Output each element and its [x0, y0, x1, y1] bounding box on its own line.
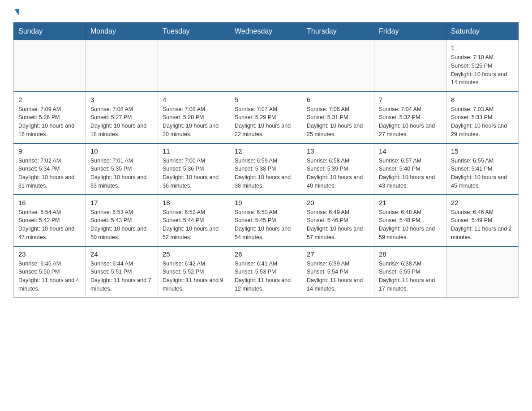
day-info: Sunrise: 7:06 AMSunset: 5:31 PMDaylight:…	[307, 105, 369, 139]
day-number: 13	[307, 147, 369, 155]
calendar-cell: 15Sunrise: 6:55 AMSunset: 5:41 PMDayligh…	[446, 143, 519, 195]
calendar-cell: 4Sunrise: 7:08 AMSunset: 5:28 PMDaylight…	[158, 92, 230, 143]
day-info: Sunrise: 6:39 AMSunset: 5:54 PMDaylight:…	[307, 260, 369, 293]
day-number: 1	[451, 44, 514, 51]
column-header-friday: Friday	[374, 23, 446, 40]
day-number: 28	[379, 250, 442, 258]
day-info: Sunrise: 6:48 AMSunset: 5:48 PMDaylight:…	[379, 208, 442, 242]
calendar-cell: 1Sunrise: 7:10 AMSunset: 5:25 PMDaylight…	[446, 40, 519, 92]
day-number: 21	[379, 199, 442, 206]
calendar-cell	[86, 40, 158, 92]
column-header-sunday: Sunday	[14, 23, 86, 40]
day-info: Sunrise: 6:46 AMSunset: 5:49 PMDaylight:…	[451, 208, 514, 242]
day-number: 16	[18, 199, 81, 206]
day-number: 25	[163, 250, 225, 258]
day-info: Sunrise: 7:10 AMSunset: 5:25 PMDaylight:…	[451, 53, 514, 87]
calendar-cell: 16Sunrise: 6:54 AMSunset: 5:42 PMDayligh…	[14, 195, 86, 246]
day-number: 19	[235, 199, 297, 206]
calendar-cell: 2Sunrise: 7:09 AMSunset: 5:26 PMDaylight…	[14, 92, 86, 143]
day-number: 10	[90, 147, 153, 155]
day-info: Sunrise: 7:03 AMSunset: 5:33 PMDaylight:…	[451, 105, 514, 139]
column-header-thursday: Thursday	[302, 23, 374, 40]
day-info: Sunrise: 6:59 AMSunset: 5:38 PMDaylight:…	[235, 157, 297, 190]
day-number: 20	[307, 199, 369, 206]
calendar-cell: 23Sunrise: 6:45 AMSunset: 5:50 PMDayligh…	[14, 246, 86, 298]
calendar-cell	[14, 40, 86, 92]
calendar-cell: 20Sunrise: 6:49 AMSunset: 5:46 PMDayligh…	[302, 195, 374, 246]
day-info: Sunrise: 6:41 AMSunset: 5:53 PMDaylight:…	[235, 260, 297, 293]
day-info: Sunrise: 7:02 AMSunset: 5:34 PMDaylight:…	[18, 157, 81, 190]
calendar-cell: 11Sunrise: 7:00 AMSunset: 5:36 PMDayligh…	[158, 143, 230, 195]
calendar-week-row: 23Sunrise: 6:45 AMSunset: 5:50 PMDayligh…	[14, 246, 519, 298]
calendar-week-row: 9Sunrise: 7:02 AMSunset: 5:34 PMDaylight…	[14, 143, 519, 195]
day-info: Sunrise: 6:49 AMSunset: 5:46 PMDaylight:…	[307, 208, 369, 242]
day-number: 15	[451, 147, 514, 155]
column-header-monday: Monday	[86, 23, 158, 40]
day-number: 23	[18, 250, 81, 258]
day-number: 2	[18, 96, 81, 103]
calendar-cell: 27Sunrise: 6:39 AMSunset: 5:54 PMDayligh…	[302, 246, 374, 298]
calendar-cell: 13Sunrise: 6:58 AMSunset: 5:39 PMDayligh…	[302, 143, 374, 195]
calendar-cell: 12Sunrise: 6:59 AMSunset: 5:38 PMDayligh…	[230, 143, 302, 195]
calendar-cell: 10Sunrise: 7:01 AMSunset: 5:35 PMDayligh…	[86, 143, 158, 195]
day-info: Sunrise: 7:07 AMSunset: 5:29 PMDaylight:…	[235, 105, 297, 139]
day-number: 5	[235, 96, 297, 103]
calendar-cell: 7Sunrise: 7:04 AMSunset: 5:32 PMDaylight…	[374, 92, 446, 143]
calendar-cell: 14Sunrise: 6:57 AMSunset: 5:40 PMDayligh…	[374, 143, 446, 195]
calendar-cell: 28Sunrise: 6:38 AMSunset: 5:55 PMDayligh…	[374, 246, 446, 298]
column-header-saturday: Saturday	[446, 23, 519, 40]
day-info: Sunrise: 7:08 AMSunset: 5:28 PMDaylight:…	[163, 105, 225, 139]
day-info: Sunrise: 6:38 AMSunset: 5:55 PMDaylight:…	[379, 260, 442, 293]
day-info: Sunrise: 7:08 AMSunset: 5:27 PMDaylight:…	[90, 105, 153, 139]
calendar-cell: 6Sunrise: 7:06 AMSunset: 5:31 PMDaylight…	[302, 92, 374, 143]
day-number: 17	[90, 199, 153, 206]
calendar-table: SundayMondayTuesdayWednesdayThursdayFrid…	[13, 22, 519, 298]
calendar-cell: 5Sunrise: 7:07 AMSunset: 5:29 PMDaylight…	[230, 92, 302, 143]
calendar-cell: 8Sunrise: 7:03 AMSunset: 5:33 PMDaylight…	[446, 92, 519, 143]
day-number: 22	[451, 199, 514, 206]
calendar-week-row: 16Sunrise: 6:54 AMSunset: 5:42 PMDayligh…	[14, 195, 519, 246]
calendar-cell: 9Sunrise: 7:02 AMSunset: 5:34 PMDaylight…	[14, 143, 86, 195]
calendar-cell: 26Sunrise: 6:41 AMSunset: 5:53 PMDayligh…	[230, 246, 302, 298]
column-header-wednesday: Wednesday	[230, 23, 302, 40]
day-number: 24	[90, 250, 153, 258]
day-info: Sunrise: 6:50 AMSunset: 5:45 PMDaylight:…	[235, 208, 297, 242]
day-number: 18	[163, 199, 225, 206]
day-number: 8	[451, 96, 514, 103]
day-info: Sunrise: 7:00 AMSunset: 5:36 PMDaylight:…	[163, 157, 225, 190]
calendar-cell: 3Sunrise: 7:08 AMSunset: 5:27 PMDaylight…	[86, 92, 158, 143]
day-number: 4	[163, 96, 225, 103]
day-info: Sunrise: 6:57 AMSunset: 5:40 PMDaylight:…	[379, 157, 442, 190]
calendar-cell	[302, 40, 374, 92]
day-info: Sunrise: 6:45 AMSunset: 5:50 PMDaylight:…	[18, 260, 81, 293]
day-info: Sunrise: 7:01 AMSunset: 5:35 PMDaylight:…	[90, 157, 153, 190]
day-number: 27	[307, 250, 369, 258]
page-header	[13, 9, 519, 13]
day-number: 11	[163, 147, 225, 155]
calendar-week-row: 1Sunrise: 7:10 AMSunset: 5:25 PMDaylight…	[14, 40, 519, 92]
day-number: 7	[379, 96, 442, 103]
day-number: 12	[235, 147, 297, 155]
day-number: 26	[235, 250, 297, 258]
calendar-cell	[446, 246, 519, 298]
calendar-header-row: SundayMondayTuesdayWednesdayThursdayFrid…	[14, 23, 519, 40]
calendar-cell: 19Sunrise: 6:50 AMSunset: 5:45 PMDayligh…	[230, 195, 302, 246]
day-info: Sunrise: 6:55 AMSunset: 5:41 PMDaylight:…	[451, 157, 514, 190]
calendar-cell	[230, 40, 302, 92]
day-number: 14	[379, 147, 442, 155]
logo	[13, 9, 19, 13]
column-header-tuesday: Tuesday	[158, 23, 230, 40]
calendar-cell: 18Sunrise: 6:52 AMSunset: 5:44 PMDayligh…	[158, 195, 230, 246]
day-info: Sunrise: 6:52 AMSunset: 5:44 PMDaylight:…	[163, 208, 225, 242]
day-info: Sunrise: 6:44 AMSunset: 5:51 PMDaylight:…	[90, 260, 153, 293]
calendar-cell: 24Sunrise: 6:44 AMSunset: 5:51 PMDayligh…	[86, 246, 158, 298]
calendar-cell	[158, 40, 230, 92]
day-info: Sunrise: 6:42 AMSunset: 5:52 PMDaylight:…	[163, 260, 225, 293]
calendar-cell: 21Sunrise: 6:48 AMSunset: 5:48 PMDayligh…	[374, 195, 446, 246]
calendar-cell	[374, 40, 446, 92]
calendar-cell: 22Sunrise: 6:46 AMSunset: 5:49 PMDayligh…	[446, 195, 519, 246]
calendar-week-row: 2Sunrise: 7:09 AMSunset: 5:26 PMDaylight…	[14, 92, 519, 143]
day-info: Sunrise: 7:09 AMSunset: 5:26 PMDaylight:…	[18, 105, 81, 139]
day-number: 3	[90, 96, 153, 103]
logo-triangle-icon	[14, 9, 19, 15]
